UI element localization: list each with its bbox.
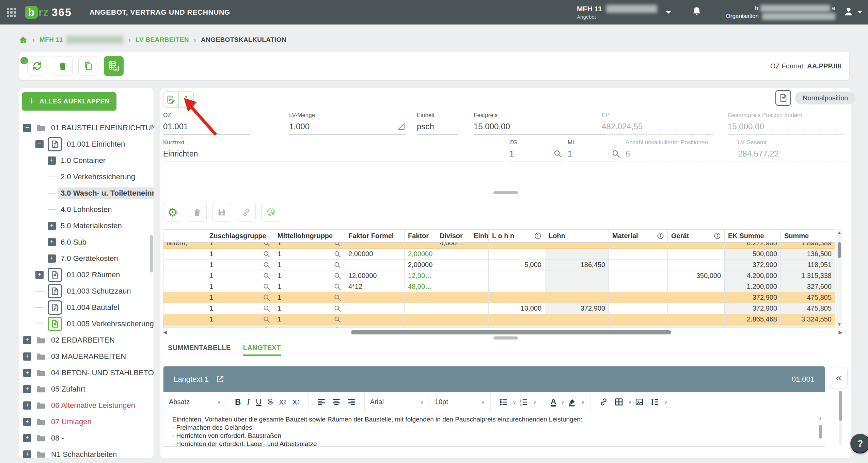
grid-column-header[interactable]: Einheit bbox=[470, 230, 489, 242]
grid-cell-text[interactable] bbox=[163, 303, 206, 314]
grid-column-header[interactable]: Faktor bbox=[405, 230, 436, 242]
grid-cell-faktor[interactable] bbox=[405, 314, 436, 325]
scroll-right-icon[interactable]: ▶ bbox=[835, 329, 842, 335]
grid-row[interactable]: 11 bbox=[163, 325, 835, 328]
search-icon[interactable] bbox=[334, 261, 341, 269]
grid-cell-ml[interactable]: 1 bbox=[274, 249, 345, 260]
splitter-handle[interactable] bbox=[493, 191, 518, 194]
grid-row[interactable]: liefern,114,000…6.272,9001.898,389 bbox=[163, 243, 835, 249]
expand-plus-icon[interactable]: + bbox=[35, 271, 44, 279]
grid-cell-material[interactable] bbox=[609, 243, 668, 249]
grid-cell-zg[interactable]: 1 bbox=[206, 303, 274, 314]
chevron-down-icon[interactable]: ∨ bbox=[513, 399, 516, 405]
font-size-select[interactable]: 10pt∨ bbox=[429, 392, 491, 412]
grid-cell-summe[interactable]: 475,805 bbox=[781, 292, 835, 303]
grid-cell-summe[interactable] bbox=[781, 325, 835, 328]
tree-item[interactable]: 01.004 Bautafel bbox=[19, 299, 154, 316]
chevron-down-icon[interactable]: ∨ bbox=[533, 399, 536, 405]
search-icon[interactable] bbox=[263, 283, 270, 291]
grid-cell-lohn_h[interactable] bbox=[489, 281, 545, 292]
app-switcher-icon[interactable] bbox=[7, 8, 16, 17]
grid-cell-zg[interactable]: 1 bbox=[206, 260, 274, 270]
field-einheit[interactable]: Einheit psch bbox=[417, 112, 458, 135]
scrollbar-thumb[interactable] bbox=[819, 425, 822, 439]
grid-cell-einheit[interactable] bbox=[470, 292, 489, 303]
grid-cell-lohn_h[interactable]: 10,000 bbox=[489, 303, 545, 314]
search-icon[interactable] bbox=[263, 327, 270, 329]
search-icon[interactable] bbox=[334, 243, 341, 247]
grid-cell-ff[interactable] bbox=[345, 243, 405, 249]
italic-button[interactable]: I bbox=[247, 397, 250, 407]
position-type-badge[interactable]: Normalposition bbox=[795, 92, 855, 104]
expand-plus-icon[interactable]: + bbox=[48, 254, 56, 263]
delete-row-button[interactable] bbox=[188, 203, 207, 222]
grid-cell-geraet[interactable] bbox=[668, 260, 725, 270]
expand-plus-icon[interactable]: + bbox=[48, 156, 56, 165]
grid-cell-ff[interactable]: 2,00000 bbox=[345, 249, 405, 260]
numbered-list-button[interactable]: 123 bbox=[519, 398, 528, 407]
grid-cell-text[interactable] bbox=[163, 325, 206, 328]
align-center-button[interactable] bbox=[332, 398, 341, 407]
grid-row[interactable]: 114*1248,00…1.200,000327,600 bbox=[163, 281, 835, 292]
field-kurztext[interactable]: Kurztext Einrichten bbox=[163, 139, 504, 162]
line-height-button[interactable] bbox=[650, 397, 659, 407]
refresh-button[interactable] bbox=[27, 56, 47, 76]
tree-item[interactable]: 01.003 Schutzzaun bbox=[19, 283, 154, 299]
tree-item-label[interactable]: 3.0 Wasch- u. Toiletteneinrich bbox=[58, 187, 154, 199]
align-right-button[interactable] bbox=[347, 398, 356, 407]
grid-cell-divisor[interactable] bbox=[436, 270, 470, 281]
search-icon[interactable] bbox=[334, 327, 341, 329]
search-icon[interactable] bbox=[612, 149, 620, 158]
tree-item-label[interactable]: 6.0 Sub bbox=[61, 238, 86, 247]
tree-item[interactable]: +05 Zufahrt bbox=[19, 381, 154, 397]
grid-cell-material[interactable] bbox=[609, 260, 668, 270]
panel-scrollbar[interactable] bbox=[839, 391, 842, 445]
grid-cell-ff[interactable] bbox=[345, 325, 405, 328]
copy-button[interactable] bbox=[78, 56, 98, 76]
grid-cell-zg[interactable]: 1 bbox=[206, 243, 274, 249]
langtext-editor[interactable]: Einrichten, Vorhalten über die gesamte B… bbox=[163, 412, 825, 447]
home-icon[interactable] bbox=[19, 35, 28, 44]
search-icon[interactable] bbox=[263, 250, 270, 258]
tree-item[interactable]: +02 ERDARBEITEN bbox=[19, 332, 154, 348]
grid-row[interactable]: 1110,000372,900372,900475,805 bbox=[163, 303, 835, 314]
grid-cell-einheit[interactable] bbox=[470, 281, 489, 292]
tree-item-label[interactable]: N1 Schachtarbeiten bbox=[51, 450, 117, 458]
search-icon[interactable] bbox=[334, 283, 341, 291]
search-icon[interactable] bbox=[334, 305, 341, 312]
expand-plus-icon[interactable]: + bbox=[23, 418, 31, 426]
grid-cell-lohn_h[interactable] bbox=[489, 314, 545, 325]
grid-cell-faktor[interactable] bbox=[405, 325, 436, 328]
chevron-down-icon[interactable] bbox=[858, 11, 862, 15]
splitter-handle[interactable] bbox=[493, 336, 518, 340]
grid-cell-ml[interactable]: 1 bbox=[274, 303, 345, 314]
grid-cell-lohn_h[interactable] bbox=[489, 270, 545, 281]
grid-cell-divisor[interactable] bbox=[436, 281, 470, 292]
tree-item-label[interactable]: 02 ERDARBEITEN bbox=[51, 336, 115, 345]
more-options-button[interactable] bbox=[178, 92, 193, 108]
grid-column-header[interactable]: L o h n bbox=[489, 230, 545, 242]
grid-cell-ff[interactable] bbox=[345, 292, 405, 303]
tree-item[interactable]: 01.005 Verkehrssicherung bbox=[19, 316, 154, 332]
scrollbar-thumb[interactable] bbox=[351, 330, 671, 334]
grid-cell-geraet[interactable] bbox=[668, 303, 725, 314]
search-icon[interactable] bbox=[263, 261, 270, 269]
tree-item-label[interactable]: 1.0 Container bbox=[61, 156, 106, 165]
edit-note-button[interactable] bbox=[163, 92, 178, 108]
tree-item[interactable]: 4.0 Lohnkosten bbox=[19, 201, 154, 218]
tree-item-label[interactable]: 5.0 Materialkosten bbox=[61, 221, 122, 230]
info-icon[interactable] bbox=[534, 232, 541, 239]
delete-button[interactable] bbox=[53, 56, 73, 76]
expand-plus-icon[interactable]: + bbox=[23, 450, 31, 458]
tree-item[interactable]: 3.0 Wasch- u. Toiletteneinrich bbox=[19, 185, 154, 201]
align-left-button[interactable] bbox=[317, 398, 326, 407]
expand-plus-icon[interactable]: + bbox=[23, 385, 31, 393]
chevron-down-icon[interactable]: ∨ bbox=[581, 399, 584, 405]
grid-cell-ml[interactable]: 1 bbox=[274, 243, 345, 249]
grid-cell-faktor[interactable]: 2,00000 bbox=[405, 260, 436, 270]
grid-cell-faktor[interactable]: 48,00… bbox=[405, 281, 436, 292]
grid-column-header[interactable]: EK Summe bbox=[725, 230, 781, 242]
grid-cell-geraet[interactable] bbox=[668, 325, 725, 328]
search-icon[interactable] bbox=[334, 316, 341, 323]
tab-summentabelle[interactable]: SUMMENTABELLE bbox=[168, 344, 231, 356]
